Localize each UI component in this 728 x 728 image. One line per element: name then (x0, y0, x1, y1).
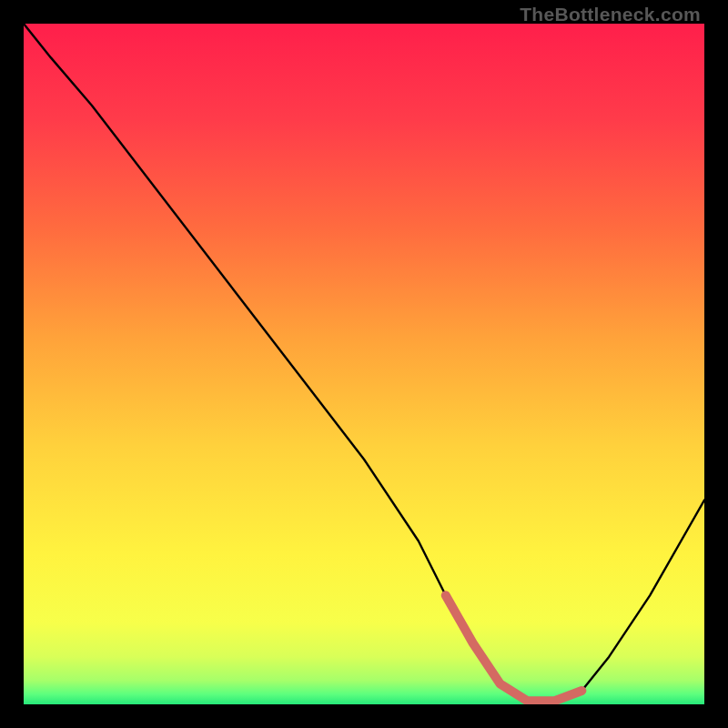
chart-frame (24, 24, 704, 704)
watermark-text: TheBottleneck.com (520, 4, 701, 25)
bottleneck-curve (24, 24, 704, 704)
